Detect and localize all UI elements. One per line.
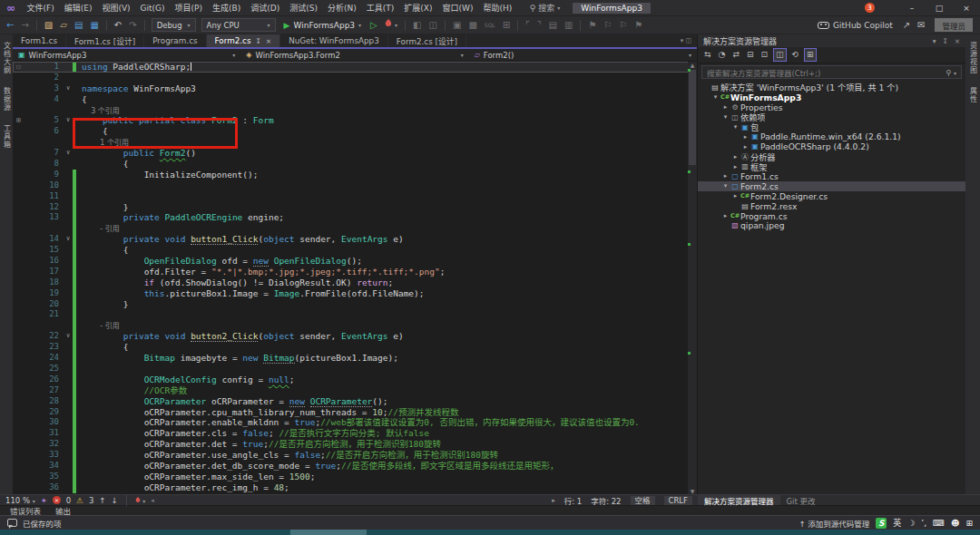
dock-tab[interactable]: 属性 [968,87,978,103]
tree-item[interactable]: ▤Form2.resx [698,201,965,211]
collapsed-arrow-icon[interactable]: ▸ [721,172,730,180]
maximize-button[interactable]: □ [926,0,953,16]
clear-bookmarks-icon[interactable]: ⚑ [632,17,645,34]
document-tab[interactable]: Form2.cs [设计] [388,34,466,47]
document-tab[interactable]: Program.cs [144,34,206,47]
codelens-references[interactable]: - 引用 [82,225,120,233]
panel-tab[interactable]: Git 更改 [780,495,822,505]
tree-item[interactable]: ▧qipan.jpeg [698,220,965,230]
next-bookmark-icon[interactable]: ⚐ [616,17,630,34]
document-tab[interactable]: Form2.cs↧× [207,34,281,47]
tree-item[interactable]: ▸C#Program.cs [698,211,965,221]
hot-reload-icon[interactable]: ▾ [382,16,400,34]
tree-item[interactable]: ▸▥框架 [698,161,965,171]
start-debugging-button[interactable]: ▶ WinFormsApp3 ▾ [279,21,367,30]
tree-item[interactable]: ▤解决方案 'WinFormsApp3' (1 个项目, 共 1 个) [698,83,965,92]
new-project-icon[interactable]: ▨ [42,17,55,34]
fold-collapse-icon[interactable]: ∨ [64,83,73,94]
comment-icon[interactable]: ▤ [545,17,559,34]
sogou-input-icon[interactable]: S [876,518,887,529]
properties-icon[interactable]: ⊡ [760,49,770,61]
document-tab[interactable]: NuGet: WinFormsApp3 [280,34,388,47]
open-folder-icon[interactable]: ▱ [57,17,70,34]
grid-icon[interactable]: ⊞ [500,17,513,34]
intellicode-icon[interactable]: ✦ [41,496,47,505]
collapsed-arrow-icon[interactable]: ▸ [731,192,740,199]
feedback-icon[interactable]: ✉ [915,17,927,34]
uncomment-icon[interactable]: ▥ [562,17,575,34]
tree-item[interactable]: ▸▣Paddle.Runtime.win_x64 (2.6.1.1) [698,131,965,141]
menu-item[interactable]: 项目(P) [170,0,207,16]
tree-item[interactable]: ▸⚙Properties [698,102,965,112]
codelens-references[interactable]: 3 个引用 [82,107,120,115]
scroll-down-icon[interactable]: ▼ [691,488,695,494]
fold-collapse-icon[interactable]: ∨ [64,331,73,342]
fold-collapse-icon[interactable]: ∨ [64,234,73,245]
tree-item[interactable]: ▾◫依赖项 [698,112,965,122]
dock-tab[interactable]: 数据源 [2,87,12,112]
start-without-debugging-icon[interactable]: ▷ [368,17,380,34]
save-all-icon[interactable]: ▦ [87,17,101,34]
eol-indicator[interactable]: CRLF [664,496,692,505]
scrollbar-thumb[interactable] [689,70,696,165]
prev-issue-icon[interactable]: ↑ [99,496,105,505]
codelens-references[interactable]: 1 个引用 [82,139,129,147]
refresh-icon[interactable]: ⟲ [790,49,801,61]
preview-code-icon[interactable]: ⊞ [804,48,817,62]
warning-count[interactable]: 3 [89,496,93,505]
save-icon[interactable]: ▤ [72,17,85,34]
tab-list-chevron-icon[interactable]: ▾ ◫ [681,34,697,47]
add-to-source-control-button[interactable]: ↑ 添加到源代码管理 [799,518,869,529]
code-editor[interactable]: 1☐using PaddleOCRSharp;23∨namespace WinF… [13,62,697,494]
navigate-backward-icon[interactable]: ← [4,17,16,34]
pin-icon[interactable]: ↧ [942,37,947,45]
bottom-tab[interactable]: 错误列表 [4,505,47,516]
sql-icon[interactable]: SQL [482,17,498,34]
collapsed-arrow-icon[interactable]: ▸ [741,143,750,151]
close-panel-icon[interactable]: × [955,37,960,45]
collapsed-arrow-icon[interactable]: ▸ [731,163,740,170]
spaces-indicator[interactable]: 空格 [631,496,655,505]
compare-icon[interactable]: ⇄ [730,49,741,61]
menu-item[interactable]: 编辑(E) [59,0,97,16]
toolbox-window-icon[interactable]: ◧ [410,17,424,34]
tree-item[interactable]: ▸▢Form1.cs [698,171,965,181]
menu-item[interactable]: 帮助(H) [478,0,517,16]
menu-item[interactable]: Git(G) [135,0,170,16]
menu-item[interactable]: 视图(V) [97,0,135,16]
collapsed-arrow-icon[interactable]: ▸ [721,212,730,219]
hot-reload-mini-icon[interactable]: ▾ [135,496,146,505]
codelens-references[interactable]: - 引用 [82,322,120,330]
undo-icon[interactable]: ↶ [112,17,124,34]
dock-tab[interactable]: 工具箱 [2,124,12,149]
expanded-arrow-icon[interactable]: ▾ [731,123,740,131]
tree-item[interactable]: ▸▣PaddleOCRSharp (4.4.0.2) [698,141,965,151]
tree-item[interactable]: ▸C#Form2.Designer.cs [698,191,965,201]
search-box[interactable]: ⚲ 搜索 ▾ [530,2,561,14]
expanded-arrow-icon[interactable]: ▾ [711,93,720,101]
menu-item[interactable]: 文件(F) [22,0,59,16]
close-tab-icon[interactable]: × [266,37,271,45]
tree-item[interactable]: ▾C#WinFormsApp3 [698,92,965,102]
prev-bookmark-icon[interactable]: ⚐ [601,17,614,34]
platform-dropdown[interactable]: Any CPU▾ [201,18,276,32]
collapsed-arrow-icon[interactable]: ▸ [721,103,730,111]
solution-explorer-window-icon[interactable]: ◫ [426,17,439,34]
zoom-dropdown[interactable]: 110 % ▾ [5,496,35,505]
line-indicator[interactable]: 行: 1 [564,495,582,506]
breadcrumb-dropdown[interactable]: ▣WinFormsApp3▾ [13,49,240,61]
tree-item[interactable]: ▸Ⓐ分析器 [698,151,965,161]
collapsed-arrow-icon[interactable]: ▸ [731,153,740,160]
char-indicator[interactable]: 字符: 22 [591,495,621,506]
fold-collapse-icon[interactable]: ∨ [64,148,73,159]
document-tab[interactable]: Form1.cs [13,34,66,47]
menu-item[interactable]: 生成(B) [208,0,246,16]
minimize-button[interactable]: – [898,0,926,16]
expand-icon[interactable]: ▸ [552,497,555,504]
fold-collapse-icon[interactable]: ∨ [64,115,73,126]
error-count[interactable]: 0 [66,496,71,505]
next-issue-icon[interactable]: ↓ [111,496,117,505]
scroll-up-icon[interactable]: ▲ [691,62,695,68]
person-icon[interactable]: ☻ [951,519,959,528]
inheritance-icon[interactable]: ⊞ [16,115,21,126]
